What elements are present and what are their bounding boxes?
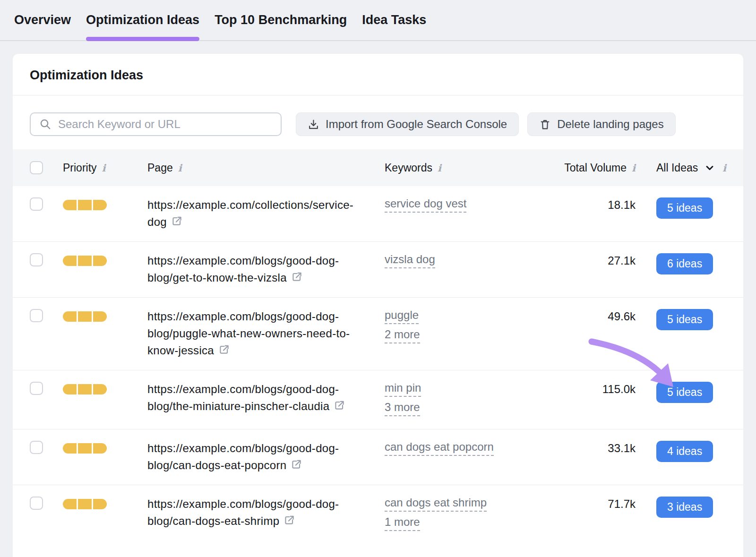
total-volume-value: 27.1k [560,252,636,269]
external-link-icon[interactable] [283,514,295,531]
page-cell: https://example.com/blogs/good-dog-blog/… [147,308,385,360]
priority-cell [63,197,147,210]
row-checkbox[interactable] [30,197,43,211]
table-row: https://example.com/blogs/good-dog-blog/… [13,241,743,297]
tab-idea-tasks[interactable]: Idea Tasks [362,0,426,40]
info-icon[interactable]: i [102,163,106,173]
keywords-cell: min pin 3 more [385,381,560,420]
page-url: https://example.com/blogs/good-dog-blog/… [147,442,339,471]
card-header: Optimization Ideas [13,54,743,95]
info-icon[interactable]: i [438,163,441,173]
keyword-link[interactable]: puggle [385,308,419,324]
priority-cell [63,381,147,394]
keywords-cell: vizsla dog [385,252,560,272]
total-volume-value: 49.6k [560,308,636,325]
delete-landing-pages-button[interactable]: Delete landing pages [527,112,676,136]
table-row: https://example.com/blogs/good-dog-blog/… [13,429,743,485]
keyword-link[interactable]: min pin [385,381,421,397]
ideas-button[interactable]: 5 ideas [656,197,713,219]
tab-overview[interactable]: Overview [14,0,71,40]
table-row: https://example.com/collections/service-… [13,186,743,241]
external-link-icon[interactable] [171,215,183,232]
row-select-cell [30,496,63,512]
page-cell: https://example.com/blogs/good-dog-blog/… [147,381,385,416]
keyword-link[interactable]: can dogs eat shrimp [385,496,487,512]
keyword-link[interactable]: vizsla dog [385,252,435,268]
table-row: https://example.com/blogs/good-dog-blog/… [13,485,743,544]
priority-indicator [63,256,107,266]
select-all-cell [30,161,63,174]
priority-indicator [63,443,107,454]
row-checkbox[interactable] [30,309,43,322]
toolbar: Import from Google Search Console Delete… [13,95,743,149]
search-input[interactable] [58,118,272,131]
page-url: https://example.com/blogs/good-dog-blog/… [147,310,350,357]
top-tab-bar: Overview Optimization Ideas Top 10 Bench… [0,0,756,41]
table-row: https://example.com/blogs/good-dog-blog/… [13,297,743,370]
priority-cell [63,252,147,266]
priority-indicator [63,311,107,322]
row-select-cell [30,440,63,456]
keywords-cell: can dogs eat popcorn [385,440,560,459]
info-icon[interactable]: i [632,163,636,173]
page-cell: https://example.com/blogs/good-dog-blog/… [147,496,385,531]
external-link-icon[interactable] [333,399,345,416]
page-column-header: Page i [147,162,385,174]
total-volume-value: 115.0k [560,381,636,398]
info-icon[interactable]: i [722,163,726,173]
ideas-button[interactable]: 3 ideas [656,497,713,518]
keywords-cell: puggle 2 more [385,308,560,347]
ideas-button[interactable]: 5 ideas [656,309,713,330]
external-link-icon[interactable] [218,343,230,360]
ideas-button[interactable]: 4 ideas [656,441,713,462]
delete-button-label: Delete landing pages [557,118,664,131]
priority-cell [63,496,147,509]
keywords-column-header: Keywords i [385,162,560,174]
search-box [30,112,282,136]
page-cell: https://example.com/blogs/good-dog-blog/… [147,440,385,475]
tab-top-10-benchmarking[interactable]: Top 10 Benchmarking [215,0,347,40]
more-keywords-link[interactable]: 1 more [385,515,420,531]
priority-cell [63,440,147,454]
priority-header-label: Priority [63,162,97,174]
row-checkbox[interactable] [30,382,43,395]
import-from-gsc-button[interactable]: Import from Google Search Console [296,112,519,136]
priority-column-header: Priority i [63,162,147,174]
row-select-cell [30,308,63,324]
select-all-checkbox[interactable] [30,161,43,174]
import-button-label: Import from Google Search Console [326,118,507,131]
external-link-icon[interactable] [290,458,302,475]
tab-optimization-ideas[interactable]: Optimization Ideas [86,0,199,40]
keyword-link[interactable]: service dog vest [385,197,466,213]
more-keywords-link[interactable]: 3 more [385,400,420,416]
row-checkbox[interactable] [30,497,43,510]
ideas-button[interactable]: 5 ideas [656,382,713,403]
info-icon[interactable]: i [178,163,182,173]
row-checkbox[interactable] [30,253,43,266]
import-icon [308,119,319,130]
row-checkbox[interactable] [30,441,43,454]
page-url: https://example.com/blogs/good-dog-blog/… [147,383,339,412]
ideas-button[interactable]: 6 ideas [656,253,713,274]
keywords-header-label: Keywords [385,162,432,174]
delete-icon [539,119,551,130]
ideas-filter-dropdown[interactable]: All Ideas [656,162,698,174]
keyword-link[interactable]: can dogs eat popcorn [385,440,494,456]
ideas-cell: 3 ideas [636,496,726,518]
priority-indicator [63,499,107,509]
page-url: https://example.com/blogs/good-dog-blog/… [147,497,339,527]
row-select-cell [30,381,63,397]
external-link-icon[interactable] [291,271,303,288]
table-row: https://example.com/blogs/good-dog-blog/… [13,370,743,429]
page-header-label: Page [147,162,173,174]
page-cell: https://example.com/blogs/good-dog-blog/… [147,252,385,288]
total-volume-header-label: Total Volume [564,162,627,174]
chevron-down-icon[interactable] [704,162,715,173]
page-title: Optimization Ideas [30,68,726,83]
more-keywords-link[interactable]: 2 more [385,327,420,343]
table-header-row: Priority i Page i Keywords i Total Volum… [13,149,743,186]
total-volume-column-header: Total Volume i [560,162,636,174]
total-volume-value: 33.1k [560,440,636,457]
page-cell: https://example.com/collections/service-… [147,197,385,232]
ideas-filter-header: All Ideas i [636,162,726,174]
